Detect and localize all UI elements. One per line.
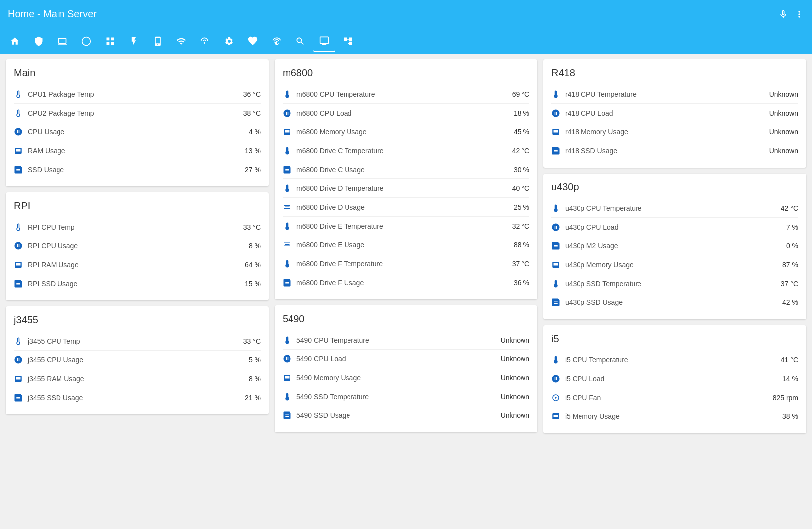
card-main-title: Main (14, 67, 261, 79)
nav-desktop[interactable] (52, 30, 73, 52)
metric-value: 8 % (221, 375, 261, 383)
metric-value: 4 % (221, 128, 261, 136)
metric-rpi-cpu-temp: RPI CPU Temp 33 °C (14, 218, 261, 236)
temp-icon (14, 108, 28, 118)
metric-value: 13 % (221, 147, 261, 155)
nav-heartbeat[interactable] (242, 30, 264, 52)
card-main: Main CPU1 Package Temp 36 °C CPU2 Packag… (6, 59, 269, 186)
nav-device[interactable] (147, 30, 169, 52)
metric-label: j3455 CPU Usage (28, 356, 221, 364)
card-j3455-title: j3455 (14, 314, 261, 326)
metric-label: RPI SSD Usage (28, 280, 221, 288)
nav-broadcast[interactable] (266, 30, 288, 52)
nav-circle[interactable] (75, 30, 97, 52)
metric-value: 33 °C (221, 337, 261, 345)
metric-label: j3455 RAM Usage (28, 375, 221, 383)
metric-label: j3455 SSD Usage (28, 394, 221, 402)
nav-monitor-active[interactable] (313, 30, 335, 52)
metric-cpu2-temp: CPU2 Package Temp 38 °C (14, 104, 261, 122)
metric-ssd-usage: SSD Usage 27 % (14, 160, 261, 178)
metric-j3455-cpu-temp: j3455 CPU Temp 33 °C (14, 332, 261, 351)
topbar: Home - Main Server (0, 0, 812, 28)
metric-label: CPU2 Package Temp (28, 109, 221, 117)
column-2: m6800 m6800 CPU Temperature69 °C m6800 C… (275, 59, 537, 433)
column-3: R418 r418 CPU TemperatureUnknown r418 CP… (543, 59, 806, 433)
metric-rpi-ram-usage: RPI RAM Usage 64 % (14, 255, 261, 274)
metric-value: 36 °C (221, 90, 261, 98)
mic-icon[interactable] (778, 8, 788, 20)
metric-label: j3455 CPU Temp (28, 337, 221, 345)
cpu-icon (14, 126, 28, 137)
metric-j3455-ram-usage: j3455 RAM Usage 8 % (14, 369, 261, 388)
more-icon[interactable] (794, 8, 804, 20)
metric-value: 38 °C (221, 109, 261, 117)
metric-value: 15 % (221, 280, 261, 288)
nav-home[interactable] (4, 30, 26, 52)
nav-shield[interactable] (28, 30, 50, 52)
metric-rpi-ssd-usage: RPI SSD Usage 15 % (14, 274, 261, 293)
metric-ram-usage: RAM Usage 13 % (14, 141, 261, 160)
nav-search[interactable] (290, 30, 311, 52)
nav-settings[interactable] (218, 30, 240, 52)
card-i5: i5 i5 CPU Temperature41 °C i5 CPU Load14… (543, 325, 806, 433)
metric-value: 5 % (221, 356, 261, 364)
metric-cpu1-temp: CPU1 Package Temp 36 °C (14, 85, 261, 104)
metric-label: RPI RAM Usage (28, 261, 221, 269)
metric-j3455-cpu-usage: j3455 CPU Usage 5 % (14, 351, 261, 369)
metric-value: 21 % (221, 394, 261, 402)
temp-icon (14, 89, 28, 99)
navbar (0, 28, 812, 54)
metric-cpu-usage: CPU Usage 4 % (14, 122, 261, 141)
metric-rpi-cpu-usage: RPI CPU Usage 8 % (14, 236, 261, 255)
card-5490-title: 5490 (283, 313, 529, 325)
nav-network[interactable] (171, 30, 192, 52)
svg-point-0 (82, 37, 91, 45)
content-grid: Main CPU1 Package Temp 36 °C CPU2 Packag… (0, 54, 812, 439)
metric-label: RAM Usage (28, 147, 221, 155)
nav-hierarchy[interactable] (337, 30, 359, 52)
metric-value: 64 % (221, 261, 261, 269)
metric-value: 8 % (221, 242, 261, 250)
column-1: Main CPU1 Package Temp 36 °C CPU2 Packag… (6, 59, 269, 433)
metric-label: CPU1 Package Temp (28, 90, 221, 98)
nav-grid[interactable] (99, 30, 121, 52)
metric-value: 27 % (221, 166, 261, 174)
nav-lightning[interactable] (123, 30, 145, 52)
card-r418-title: R418 (551, 67, 798, 79)
ssd-icon (14, 164, 28, 175)
metric-label: RPI CPU Temp (28, 223, 221, 231)
metric-label: SSD Usage (28, 166, 221, 174)
card-m6800-title: m6800 (283, 67, 529, 79)
card-m6800: m6800 m6800 CPU Temperature69 °C m6800 C… (275, 59, 537, 299)
ram-icon (14, 145, 28, 156)
metric-label: CPU Usage (28, 128, 221, 136)
metric-label: RPI CPU Usage (28, 242, 221, 250)
metric-value: 33 °C (221, 223, 261, 231)
card-rpi-title: RPI (14, 200, 261, 212)
card-i5-title: i5 (551, 333, 798, 345)
metric-j3455-ssd-usage: j3455 SSD Usage 21 % (14, 388, 261, 407)
card-j3455: j3455 j3455 CPU Temp 33 °C j3455 CPU Usa… (6, 306, 269, 414)
app-title: Home - Main Server (8, 8, 97, 20)
card-r418: R418 r418 CPU TemperatureUnknown r418 CP… (543, 59, 806, 168)
card-rpi: RPI RPI CPU Temp 33 °C RPI CPU Usage 8 %… (6, 192, 269, 300)
card-u430p-title: u430p (551, 181, 798, 193)
card-5490: 5490 5490 CPU TemperatureUnknown 5490 CP… (275, 305, 537, 432)
card-u430p: u430p u430p CPU Temperature42 °C u430p C… (543, 174, 806, 319)
nav-waves[interactable] (194, 30, 216, 52)
